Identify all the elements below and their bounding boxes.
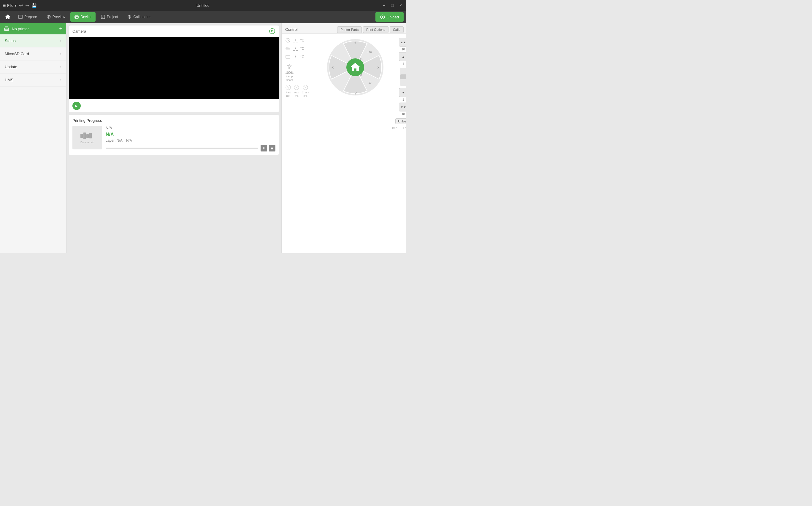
aux-fan-label: Aux (294, 91, 299, 94)
progress-content: Bambu Lab N/A N/A Layer: N/A N/A (72, 126, 275, 152)
extruder-axis-label: Extruder (403, 126, 406, 130)
sidebar-item-hms[interactable]: HMS › (0, 74, 66, 87)
hms-label: HMS (5, 78, 60, 82)
svg-rect-39 (286, 56, 290, 58)
print-filename: N/A (106, 126, 275, 130)
add-printer-button[interactable]: + (59, 26, 63, 32)
svg-text:X: X (377, 66, 380, 69)
sidebar-header: No printer + (0, 23, 66, 34)
temp-2-value: _/_ (293, 55, 298, 59)
cham-fan-pct: 0% (303, 95, 308, 97)
temp-0-unit: °C (300, 38, 304, 43)
project-tab[interactable]: Project (97, 12, 122, 22)
svg-line-45 (291, 65, 292, 66)
window-controls: − □ × (381, 2, 404, 8)
z-axis-controls: ▲▲ 10 ▲ 1 ▼ 1 ▼▼ 10 Unload Bed Extru (392, 37, 406, 130)
play-button[interactable]: ▶ (72, 102, 81, 110)
control-main-row: _/_ °C _/_ °C _/_ °C (285, 37, 402, 130)
right-panel: Control Printer Parts Print Options Cali… (281, 23, 406, 253)
upload-button[interactable]: Upload (376, 12, 404, 22)
z-down-10-button[interactable]: ▼▼ (399, 102, 406, 111)
close-button[interactable]: × (398, 2, 404, 8)
redo-button[interactable]: ↪ (25, 3, 29, 8)
aux-fan: Aux 0% (293, 84, 299, 97)
svg-point-2 (48, 16, 49, 17)
camera-label: Camera (72, 29, 86, 33)
temp-row-0: _/_ °C (285, 37, 321, 43)
chevron-right-icon: › (60, 52, 61, 56)
unload-button[interactable]: Unload (395, 118, 406, 124)
preview-tab[interactable]: Preview (43, 12, 69, 22)
cham-fan-label: Cham (302, 91, 309, 94)
window-title: Untitled (197, 3, 209, 8)
svg-text:-Y: -Y (354, 92, 357, 95)
jog-wheel-section: Y X -Y -X +10 -10 +1 -1 (326, 37, 385, 130)
maximize-button[interactable]: □ (389, 2, 395, 8)
temp-2-unit: °C (300, 55, 304, 59)
print-percent: N/A (106, 132, 275, 137)
fans-row: Part 0% Aux 0% Cham 0% (285, 84, 321, 97)
part-fan-icon (285, 84, 291, 90)
camera-settings-icon[interactable] (269, 28, 275, 34)
sidebar-item-status[interactable]: Status › (0, 34, 66, 48)
no-printer-label: No printer (12, 27, 57, 31)
svg-point-40 (288, 65, 290, 68)
printing-progress-section: Printing Progress Bambu Lab N/A (69, 115, 279, 155)
title-bar: ☰ File ▾ ↩ ↪ 💾 Untitled − □ × (0, 0, 406, 11)
z-down-10-label: 10 (402, 113, 405, 116)
calibration-panel-tab[interactable]: Calib (390, 26, 404, 33)
save-icon[interactable]: 💾 (31, 3, 37, 8)
extruder-slider[interactable] (400, 68, 406, 86)
minimize-button[interactable]: − (381, 2, 387, 8)
bed-temp-icon (285, 46, 290, 51)
stop-button[interactable]: ⏹ (269, 145, 275, 152)
temp-0-value: _/_ (293, 38, 298, 43)
upload-label: Upload (387, 15, 399, 19)
printer-icon (4, 26, 9, 32)
temp-fans-section: _/_ °C _/_ °C _/_ °C (285, 37, 321, 130)
sidebar-item-update[interactable]: Update › (0, 61, 66, 74)
device-tab[interactable]: Device (70, 12, 95, 22)
lamp-control: 100% Lamp Cham (285, 64, 293, 82)
update-label: Update (5, 65, 60, 69)
printer-parts-tab[interactable]: Printer Parts (337, 26, 362, 33)
part-fan: Part 0% (285, 84, 291, 97)
time-left: N/A (126, 139, 132, 143)
svg-rect-3 (75, 16, 78, 18)
nav-bar: Prepare Preview Device Project Calibrati… (0, 11, 406, 23)
main-layout: No printer + Status › MicroSD Card › Upd… (0, 23, 406, 253)
z-down-1-label: 1 (402, 98, 404, 101)
prepare-label: Prepare (24, 15, 37, 19)
control-title: Control (284, 25, 299, 33)
svg-point-11 (129, 16, 130, 17)
calibration-tab[interactable]: Calibration (123, 12, 154, 22)
z-up-10-button[interactable]: ▲▲ (399, 37, 406, 47)
jog-wheel[interactable]: Y X -Y -X +10 -10 +1 -1 (326, 37, 385, 97)
pause-button[interactable]: ⏸ (261, 145, 267, 152)
lamp-percent: 100% (285, 71, 293, 74)
aux-fan-pct: 0% (294, 95, 298, 97)
print-options-tab[interactable]: Print Options (363, 26, 389, 33)
calibration-label: Calibration (133, 15, 150, 19)
axis-labels-row: Bed Extruder (392, 126, 406, 130)
home-button[interactable] (2, 12, 13, 22)
prepare-tab[interactable]: Prepare (14, 12, 41, 22)
preview-label: Preview (53, 15, 65, 19)
svg-text:+1: +1 (360, 58, 363, 61)
microsd-label: MicroSD Card (5, 52, 60, 56)
undo-button[interactable]: ↩ (19, 3, 23, 8)
svg-rect-27 (80, 134, 83, 138)
sidebar-item-microsd[interactable]: MicroSD Card › (0, 48, 66, 61)
title-bar-left: ☰ File ▾ ↩ ↪ 💾 (2, 3, 37, 8)
hamburger-menu[interactable]: ☰ File ▾ (2, 3, 17, 8)
z-up-10-label: 10 (402, 48, 405, 51)
project-label: Project (107, 15, 118, 19)
file-menu-label[interactable]: File (7, 3, 13, 8)
layer-row: Layer: N/A N/A (106, 139, 275, 143)
part-fan-label: Part (286, 91, 291, 94)
temp-row-1: _/_ °C (285, 46, 321, 51)
z-up-1-button[interactable]: ▲ (399, 52, 406, 61)
progress-controls: ⏸ ⏹ (261, 145, 275, 152)
svg-rect-28 (83, 133, 86, 139)
z-down-1-button[interactable]: ▼ (399, 88, 406, 97)
